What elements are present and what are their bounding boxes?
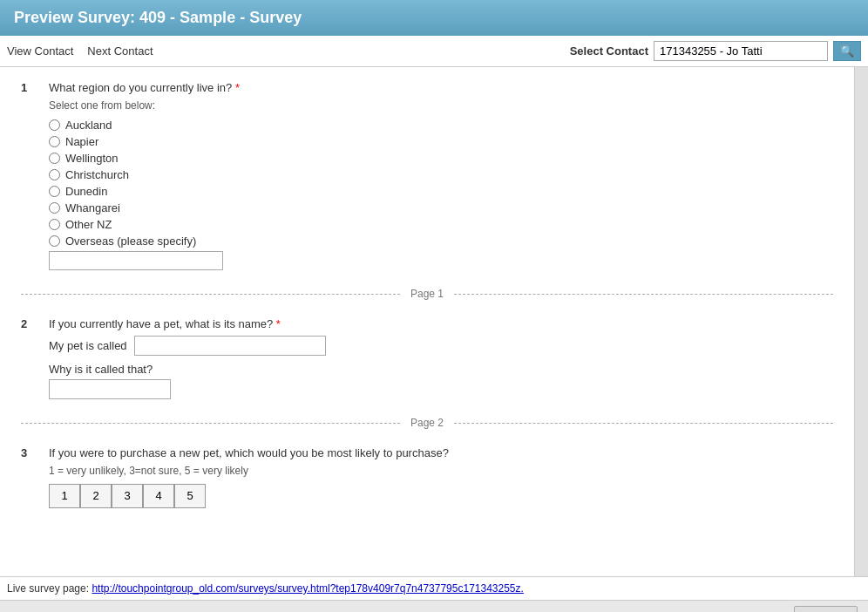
radio-label-napier: Napier (65, 135, 98, 148)
radio-other-nz[interactable] (49, 219, 60, 230)
radio-label-auckland: Auckland (65, 119, 112, 132)
scrollbar-track[interactable] (854, 67, 868, 576)
app-header: Preview Survey: 409 - Sample - Survey (0, 0, 868, 36)
q1-instruction: Select one from below: (49, 99, 833, 112)
q1-options: Auckland Napier Wellington Christchurch … (49, 119, 833, 248)
radio-whangarei[interactable] (49, 202, 60, 214)
radio-label-dunedin: Dunedin (65, 185, 107, 198)
radio-option-napier: Napier (49, 135, 833, 148)
radio-auckland[interactable] (49, 119, 60, 131)
q2-pet-called-label: My pet is called (49, 339, 127, 352)
rating-btn-4[interactable]: 4 (143, 484, 174, 508)
toolbar: View Contact Next Contact Select Contact… (0, 36, 868, 67)
rating-btn-2[interactable]: 2 (80, 484, 112, 508)
live-survey-link[interactable]: http://touchpointgroup_old.com/surveys/s… (92, 582, 523, 595)
status-prefix: Live survey page: (7, 582, 89, 595)
radio-option-overseas: Overseas (please specify) (49, 235, 833, 248)
radio-label-overseas: Overseas (please specify) (65, 235, 196, 248)
question-2: 2 If you currently have a pet, what is i… (21, 317, 833, 399)
rating-btn-1[interactable]: 1 (49, 484, 80, 508)
radio-option-auckland: Auckland (49, 119, 833, 132)
q3-instruction: 1 = very unlikely, 3=not sure, 5 = very … (49, 465, 833, 477)
rating-btn-5[interactable]: 5 (174, 484, 206, 508)
footer: Done (0, 600, 868, 612)
radio-option-christchurch: Christchurch (49, 168, 833, 181)
next-contact-link[interactable]: Next Contact (87, 44, 153, 58)
radio-label-wellington: Wellington (65, 152, 118, 165)
page-2-label: Page 2 (400, 417, 454, 429)
q2-text: If you currently have a pet, what is its… (49, 317, 281, 330)
q1-required-marker: * (235, 81, 240, 94)
q2-why-input[interactable] (49, 379, 171, 399)
select-contact-label: Select Contact (570, 44, 648, 58)
q1-text: What region do you currently live in? * (49, 81, 240, 94)
page-1-label: Page 1 (400, 288, 454, 300)
survey-content: 1 What region do you currently live in? … (0, 67, 854, 576)
q2-why-input-container (49, 379, 833, 399)
q1-specify-container (49, 251, 833, 270)
radio-option-whangarei: Whangarei (49, 201, 833, 214)
q2-why-label: Why is it called that? (49, 363, 153, 376)
radio-dunedin[interactable] (49, 186, 60, 197)
radio-christchurch[interactable] (49, 169, 60, 180)
radio-label-other-nz: Other NZ (65, 218, 112, 231)
q2-pet-called-row: My pet is called (49, 336, 833, 356)
radio-label-whangarei: Whangarei (65, 201, 120, 214)
radio-overseas[interactable] (49, 235, 60, 247)
q3-text: If you were to purchase a new pet, which… (49, 446, 449, 459)
view-contact-link[interactable]: View Contact (7, 44, 73, 58)
rating-btn-3[interactable]: 3 (112, 484, 143, 508)
question-1: 1 What region do you currently live in? … (21, 81, 833, 270)
page-1-divider: Page 1 (21, 288, 833, 300)
toolbar-right: Select Contact 🔍 (570, 41, 861, 61)
q2-number: 2 (21, 317, 38, 330)
page-2-divider: Page 2 (21, 417, 833, 429)
q1-number: 1 (21, 81, 38, 94)
radio-option-wellington: Wellington (49, 152, 833, 165)
status-bar: Live survey page: http://touchpointgroup… (0, 576, 868, 600)
q2-pet-called-input[interactable] (134, 336, 326, 356)
done-button[interactable]: Done (794, 606, 858, 612)
page-title: Preview Survey: 409 - Sample - Survey (14, 9, 854, 27)
q1-specify-input[interactable] (49, 251, 223, 270)
radio-wellington[interactable] (49, 153, 60, 164)
q3-rating-scale: 1 2 3 4 5 (49, 484, 833, 508)
radio-napier[interactable] (49, 136, 60, 147)
main-wrapper: 1 What region do you currently live in? … (0, 67, 868, 576)
contact-input[interactable] (654, 41, 828, 61)
radio-option-dunedin: Dunedin (49, 185, 833, 198)
radio-option-other-nz: Other NZ (49, 218, 833, 231)
search-button[interactable]: 🔍 (833, 41, 861, 61)
radio-label-christchurch: Christchurch (65, 168, 129, 181)
toolbar-left: View Contact Next Contact (7, 44, 153, 58)
q3-number: 3 (21, 446, 38, 459)
question-3: 3 If you were to purchase a new pet, whi… (21, 446, 833, 508)
q2-required-marker: * (276, 317, 281, 330)
